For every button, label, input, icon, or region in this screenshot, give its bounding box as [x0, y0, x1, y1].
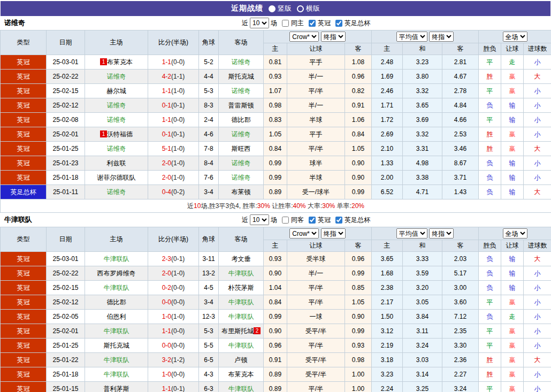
away-team-cell: 诺维奇: [219, 55, 264, 70]
team-link[interactable]: 赫尔城: [107, 87, 126, 95]
team-link[interactable]: 诺维奇: [232, 130, 251, 138]
team-link[interactable]: 伯恩利: [107, 313, 126, 320]
result-goals: 小: [524, 324, 551, 339]
team-link[interactable]: 利兹联: [107, 159, 126, 167]
full-match-select[interactable]: 全场: [503, 228, 527, 239]
table-row: 英冠 25-03-01 1布莱克本 1-1(0-0) 5-2 诺维奇 0.81 …: [1, 55, 551, 70]
team-link[interactable]: 沃特福德: [107, 130, 133, 138]
team-link[interactable]: 牛津联队: [228, 313, 254, 320]
team-link[interactable]: 布里斯托城: [221, 327, 254, 335]
col-eu-draw: 和: [403, 43, 442, 55]
team-link[interactable]: 斯旺西: [232, 145, 251, 152]
fa-cup-checkbox[interactable]: [335, 217, 342, 224]
team-link[interactable]: 牛津联队: [104, 327, 129, 335]
col-res-handicap: 让球: [501, 43, 524, 55]
team-link[interactable]: 诺维奇: [107, 102, 126, 109]
fa-cup-checkbox[interactable]: [335, 20, 342, 27]
team-link[interactable]: 西布罗姆维奇: [97, 270, 136, 277]
vertical-layout-radio[interactable]: 竖版: [269, 4, 292, 13]
team-link[interactable]: 牛津联队: [228, 385, 254, 392]
fulltime-score: 4-2: [162, 73, 171, 80]
eu-draw-odds: 3.05: [403, 295, 442, 310]
team-link[interactable]: 诺维奇: [107, 116, 126, 124]
result-handicap: 输: [501, 156, 524, 171]
asia-home-odds: 0.89: [264, 382, 287, 392]
asia-home-odds: 0.93: [264, 252, 287, 266]
team-link[interactable]: 考文垂: [232, 255, 251, 263]
horizontal-layout-radio[interactable]: 横版: [297, 4, 320, 13]
bookmaker-select[interactable]: Crow*: [289, 32, 319, 42]
team-link[interactable]: 牛津联队: [228, 342, 254, 349]
team-link[interactable]: 诺维奇: [232, 159, 251, 167]
col-asia-home: 主: [264, 43, 287, 55]
fulltime-score: 0-1: [162, 102, 171, 109]
team-link[interactable]: 牛津联队: [228, 298, 254, 306]
result-group: 全场: [479, 227, 551, 240]
team-link[interactable]: 牛津联队: [104, 284, 129, 291]
match-type-badge: 英冠: [1, 127, 47, 142]
league-championship-checkbox[interactable]: [309, 20, 316, 27]
odds-time-select2[interactable]: 终指: [429, 32, 454, 42]
fulltime-score: 1-0: [162, 371, 171, 378]
team-link[interactable]: 诺维奇: [107, 73, 126, 80]
same-home-checkbox[interactable]: [282, 20, 289, 27]
team-link[interactable]: 诺维奇: [232, 87, 251, 95]
team-link[interactable]: 普雷斯顿: [228, 102, 254, 109]
team-link[interactable]: 谢菲尔德联队: [97, 174, 136, 181]
team-link[interactable]: 德比郡: [232, 116, 251, 124]
col-type: 类型: [1, 227, 47, 252]
table-row: 英冠 25-01-23 利兹联 2-0(1-0) 8-4 诺维奇 0.99 球半…: [1, 156, 551, 171]
team-link[interactable]: 诺维奇: [232, 58, 251, 66]
team-link[interactable]: 诺维奇: [107, 145, 126, 152]
col-res-goals: 进球数: [524, 43, 551, 55]
team-link[interactable]: 牛津联队: [104, 356, 129, 364]
recent-count-select[interactable]: 10: [250, 18, 269, 28]
team-link[interactable]: 牛津联队: [104, 371, 129, 378]
away-team-cell: 牛津联队: [219, 310, 264, 324]
eu-draw-odds: 3.32: [403, 127, 442, 142]
col-score: 比分(半场): [148, 30, 199, 55]
team-link[interactable]: 普利茅斯: [104, 385, 129, 392]
team-link[interactable]: 牛津联队: [104, 255, 129, 263]
asia-handicap: 球半: [287, 156, 345, 171]
team-link[interactable]: 布莱克本: [107, 58, 133, 66]
corner-score: 5-3: [199, 324, 219, 339]
away-team-cell: 牛津联队: [219, 382, 264, 392]
eu-home-odds: 1.50: [372, 310, 403, 324]
away-team-cell: 诺维奇: [219, 84, 264, 98]
asia-home-odds: 0.90: [264, 266, 287, 281]
league-championship-checkbox[interactable]: [309, 217, 316, 224]
radio-selected-icon[interactable]: [269, 5, 276, 12]
corner-score: 3-11: [199, 252, 219, 266]
match-type-badge: 英冠: [1, 281, 47, 295]
team-link[interactable]: 诺维奇: [232, 174, 251, 181]
recent-count-select[interactable]: 10: [250, 214, 269, 225]
team-link[interactable]: 布莱克本: [228, 371, 254, 378]
radio-unselected-icon[interactable]: [297, 5, 304, 12]
odds-time-select2[interactable]: 终指: [429, 228, 454, 239]
team-link[interactable]: 德比郡: [107, 298, 126, 306]
title-bar: 近期战绩 竖版 横版: [1, 1, 550, 16]
team-link[interactable]: 卢顿: [235, 356, 248, 364]
team-link[interactable]: 斯托克城: [228, 73, 254, 80]
match-date: 25-03-01: [47, 252, 85, 266]
bookmaker-select[interactable]: Crow*: [289, 228, 319, 239]
team-link[interactable]: 布莱顿: [232, 188, 251, 196]
same-away-checkbox[interactable]: [282, 217, 289, 224]
average-select[interactable]: 平均值: [396, 228, 427, 239]
odds-time-select[interactable]: 终指: [321, 32, 346, 42]
eu-draw-odds: 3.24: [403, 339, 442, 353]
team-link[interactable]: 牛津联队: [228, 270, 254, 277]
team-link[interactable]: 斯托克城: [104, 342, 129, 349]
full-match-select[interactable]: 全场: [503, 32, 527, 42]
team-link[interactable]: 诺维奇: [107, 188, 126, 196]
col-date: 日期: [47, 30, 85, 55]
team-link[interactable]: 朴茨茅斯: [228, 284, 254, 291]
match-date: 25-01-15: [47, 382, 85, 392]
match-date: 25-01-25: [47, 142, 85, 156]
home-team-cell: 伯恩利: [85, 310, 148, 324]
match-date: 25-01-18: [47, 367, 85, 382]
result-goals: 大: [524, 70, 551, 84]
odds-time-select[interactable]: 终指: [321, 228, 346, 239]
average-select[interactable]: 平均值: [396, 32, 427, 42]
